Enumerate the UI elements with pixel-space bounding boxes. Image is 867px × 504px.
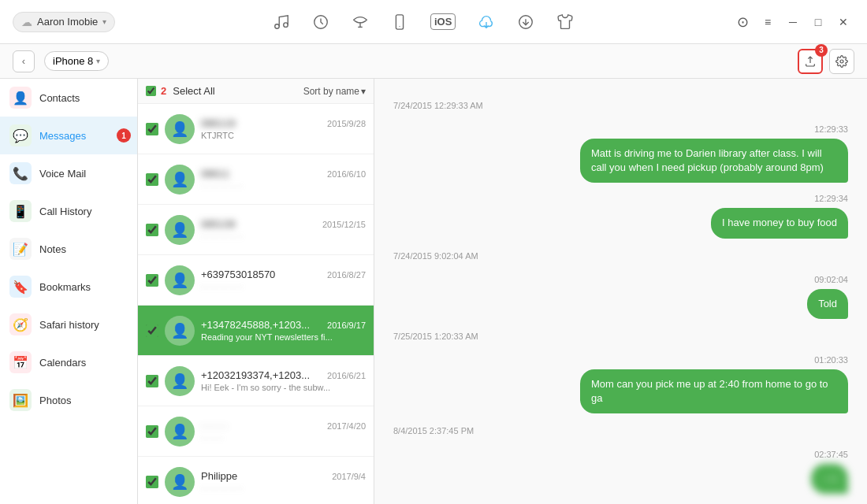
conversation-list: 2 Select All Sort by name ▾ 👤 086119 201… — [138, 79, 374, 504]
ios-icon[interactable]: iOS — [430, 13, 456, 30]
conv-date: 2017/9/4 — [332, 472, 366, 481]
cloud-icon: ☁ — [21, 16, 32, 28]
time-label: 01:20:33 — [393, 355, 848, 365]
conv-info: +12032193374,+1203... 2016/6/21 Hi! Eek … — [201, 369, 366, 392]
menu-button[interactable]: ≡ — [757, 11, 779, 33]
sidebar-label-calendars: Calendars — [39, 357, 86, 369]
device-selector[interactable]: iPhone 8 ▾ — [44, 51, 109, 71]
maximize-button[interactable]: □ — [807, 11, 829, 33]
messages-badge: 1 — [117, 128, 131, 143]
message-bubble: Matt is driving me to Darien library aft… — [580, 139, 848, 183]
music-icon[interactable] — [273, 13, 290, 31]
conv-checkbox[interactable] — [146, 224, 158, 236]
date-divider: 7/24/2015 12:29:33 AM — [393, 101, 848, 110]
toolbar-icons: iOS — [134, 13, 713, 31]
conv-date: 2015/12/15 — [322, 220, 366, 229]
sidebar-item-bookmarks[interactable]: 🔖 Bookmarks — [0, 268, 137, 306]
device-icon[interactable] — [391, 13, 408, 31]
date-divider: 7/25/2015 1:20:33 AM — [393, 332, 848, 341]
conv-preview: · · · · · — [201, 433, 366, 443]
chat-messages: 7/24/2015 12:29:33 AM 12:29:33 Matt is d… — [374, 79, 867, 504]
sidebar-label-notes: Notes — [39, 243, 66, 255]
sidebar-item-notes[interactable]: 📝 Notes — [0, 230, 137, 268]
voicemail-icon: 📞 — [9, 162, 32, 184]
conv-checkbox[interactable] — [146, 173, 158, 186]
svg-point-1 — [284, 22, 288, 26]
conv-checkbox[interactable] — [146, 324, 158, 337]
list-item[interactable]: 👤 +13478245888,+1203... 2016/9/17 Readin… — [138, 306, 374, 356]
settings-button[interactable] — [829, 49, 854, 74]
back-button[interactable]: ‹ — [13, 50, 35, 72]
conv-preview: Reading your NYT newsletters fi... — [201, 332, 366, 342]
sidebar-label-photos: Photos — [39, 395, 71, 406]
time-label: 12:29:33 — [393, 124, 848, 134]
conv-name: 085139 — [201, 218, 235, 230]
message-bubble: I have money to buy food — [711, 208, 848, 238]
conv-checkbox[interactable] — [146, 274, 158, 287]
sidebar-item-messages[interactable]: 💬 Messages 1 — [0, 117, 137, 154]
select-all-checkbox[interactable] — [146, 86, 156, 96]
sidebar-item-callhistory[interactable]: 📱 Call History — [0, 192, 137, 230]
conv-checkbox[interactable] — [146, 476, 158, 488]
sidebar: 👤 Contacts 💬 Messages 1 📞 Voice Mail 📱 C… — [0, 79, 138, 504]
photos-icon: 🖼️ — [9, 389, 32, 411]
device-name: iPhone 8 — [53, 55, 93, 67]
message-bubble: ···□ — [811, 464, 848, 494]
sidebar-item-safarihistory[interactable]: 🧭 Safari history — [0, 306, 137, 343]
cloud-upload-icon[interactable] — [478, 13, 495, 31]
account-button[interactable]: ☁ Aaron Imobie ▾ — [13, 12, 115, 32]
download-icon[interactable] — [517, 13, 534, 31]
list-item[interactable]: 👤 Philippe 2017/9/4 · · · · · · · · · — [138, 457, 374, 504]
sidebar-item-calendars[interactable]: 📅 Calendars — [0, 343, 137, 381]
avatar: 👤 — [165, 467, 195, 497]
action-buttons: 3 — [798, 49, 854, 74]
chat-area: 7/24/2015 12:29:33 AM 12:29:33 Matt is d… — [374, 79, 867, 504]
list-item[interactable]: 👤 · · · · · 2017/4/20 · · · · · — [138, 406, 374, 457]
time-label: 12:29:34 — [393, 194, 848, 203]
message-row: I have money to buy food — [393, 208, 848, 238]
history-icon[interactable] — [312, 13, 329, 31]
sub-toolbar: ‹ iPhone 8 ▾ 3 — [0, 44, 867, 79]
account-chevron-icon: ▾ — [102, 17, 106, 26]
conv-checkbox[interactable] — [146, 123, 158, 135]
conv-info: Philippe 2017/9/4 · · · · · · · · · — [201, 470, 366, 493]
conv-info: +639753018570 2016/8/27 · · · · · · · · … — [201, 269, 366, 291]
minimize-button[interactable]: ─ — [782, 11, 804, 33]
export-button[interactable]: 3 — [798, 49, 823, 74]
shirt-icon[interactable] — [556, 13, 574, 31]
conv-checkbox[interactable] — [146, 375, 158, 387]
sort-button[interactable]: Sort by name ▾ — [303, 86, 366, 97]
time-label: 02:37:45 — [393, 450, 848, 459]
sort-chevron-icon: ▾ — [361, 86, 366, 97]
sidebar-item-contacts[interactable]: 👤 Contacts — [0, 79, 137, 117]
list-item[interactable]: 👤 08611 2016/6/10 · · · · · · · · · — [138, 154, 374, 205]
conv-name: +13478245888,+1203... — [201, 319, 310, 331]
message-row: ···□ — [393, 464, 848, 494]
close-button[interactable]: ✕ — [832, 11, 854, 33]
svg-point-0 — [275, 24, 280, 28]
message-row: Mom can you pick me up at 2:40 from home… — [393, 369, 848, 413]
sidebar-item-photos[interactable]: 🖼️ Photos — [0, 381, 137, 419]
list-item[interactable]: 👤 +12032193374,+1203... 2016/6/21 Hi! Ee… — [138, 356, 374, 406]
list-item[interactable]: 👤 085139 2015/12/15 · · · · · · · · · — [138, 205, 374, 255]
conv-list-header: 2 Select All Sort by name ▾ — [138, 79, 374, 104]
conv-preview: Hi! Eek - I'm so sorry - the subw... — [201, 383, 366, 392]
date-divider: 7/24/2015 9:02:04 AM — [393, 251, 848, 261]
search-button[interactable]: ⊙ — [731, 11, 754, 33]
select-all-badge: 2 — [161, 85, 166, 97]
conv-name: Philippe — [201, 470, 237, 482]
avatar: 👤 — [165, 165, 195, 195]
sidebar-item-voicemail[interactable]: 📞 Voice Mail — [0, 154, 137, 192]
list-item[interactable]: 👤 086119 2015/9/28 KTJRTC — [138, 104, 374, 154]
time-label: 09:02:04 — [393, 275, 848, 284]
list-item[interactable]: 👤 +639753018570 2016/8/27 · · · · · · · … — [138, 255, 374, 306]
avatar: 👤 — [165, 366, 195, 396]
title-bar: ☁ Aaron Imobie ▾ iOS — [0, 0, 867, 44]
conv-checkbox[interactable] — [146, 425, 158, 438]
bookmarks-icon: 🔖 — [9, 276, 32, 298]
conv-preview: · · · · · · · · · — [201, 282, 366, 291]
sidebar-label-bookmarks: Bookmarks — [39, 281, 91, 293]
avatar: 👤 — [165, 417, 195, 447]
conv-name: · · · · · — [201, 420, 227, 432]
sync-icon[interactable] — [352, 13, 369, 31]
